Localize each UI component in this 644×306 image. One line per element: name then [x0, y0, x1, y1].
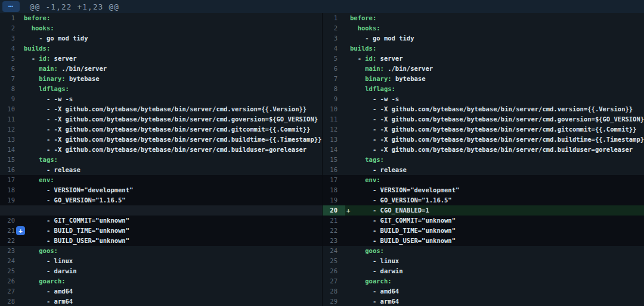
line-number[interactable]: 20 — [323, 205, 345, 216]
code-text — [24, 24, 32, 32]
line-number[interactable]: 26 — [0, 276, 17, 286]
diff-row: 24 - linux — [0, 256, 322, 266]
line-number[interactable]: 15 — [323, 155, 345, 165]
line-number[interactable]: 1 — [323, 13, 345, 23]
code-line: - GIT_COMMIT="unknown" — [345, 216, 644, 226]
line-number[interactable]: 24 — [323, 246, 345, 256]
line-number[interactable]: 21 — [0, 226, 17, 236]
code-line: - -w -s — [17, 94, 322, 104]
line-number[interactable]: 7 — [0, 74, 17, 84]
code-line: - go mod tidy — [345, 33, 644, 43]
line-number[interactable]: 8 — [0, 84, 17, 94]
diff-row: 7 binary: bytebase — [323, 74, 644, 84]
line-number[interactable]: 6 — [323, 64, 345, 74]
line-number[interactable]: 4 — [0, 43, 17, 54]
line-number[interactable]: 11 — [0, 114, 17, 124]
code-line: goarch: — [17, 276, 322, 286]
line-number[interactable]: 25 — [0, 266, 17, 276]
line-number[interactable]: 9 — [323, 94, 345, 104]
line-number[interactable]: 3 — [0, 33, 17, 43]
yaml-key: id: — [365, 55, 376, 62]
line-number[interactable]: 18 — [0, 185, 17, 195]
line-number[interactable]: 19 — [0, 195, 17, 205]
line-number[interactable]: 14 — [0, 145, 17, 155]
line-number[interactable]: 26 — [323, 266, 345, 276]
code-text: - GO_VERSION="1.16.5" — [24, 196, 126, 204]
line-number[interactable]: 29 — [323, 296, 345, 306]
line-number[interactable]: 18 — [323, 185, 345, 195]
line-number[interactable]: 12 — [0, 124, 17, 135]
line-number[interactable]: 16 — [0, 165, 17, 175]
code-line: hooks: — [17, 23, 322, 33]
diff-row: 4builds: — [0, 43, 322, 54]
line-number[interactable]: 7 — [323, 74, 345, 84]
diff-filler-row — [0, 205, 322, 216]
line-number[interactable]: 12 — [323, 124, 345, 135]
code-text: - GO_VERSION="1.16.5" — [350, 196, 452, 204]
code-text: - BUILD_TIME="unknown" — [24, 227, 129, 234]
line-number[interactable]: 2 — [323, 23, 345, 33]
add-comment-button[interactable]: + — [16, 226, 25, 235]
code-line: - CGO_ENABLED=1 — [345, 205, 644, 216]
line-number[interactable]: 20 — [0, 216, 17, 226]
line-number[interactable]: 9 — [0, 94, 17, 104]
code-line: env: — [345, 175, 644, 185]
line-number[interactable]: 17 — [0, 175, 17, 185]
code-text: - linux — [350, 257, 399, 264]
code-line: - BUILD_USER="unknown" — [345, 236, 644, 246]
diff-row: 6 main: ./bin/server — [323, 64, 644, 74]
line-number[interactable]: 10 — [323, 104, 345, 114]
code-line: tags: — [345, 155, 644, 165]
code-text — [350, 156, 365, 163]
line-number[interactable]: 10 — [0, 104, 17, 114]
line-number[interactable]: 13 — [0, 135, 17, 145]
code-line: goos: — [17, 246, 322, 256]
line-number[interactable]: 5 — [323, 54, 345, 64]
line-number[interactable]: 3 — [323, 33, 345, 43]
line-number[interactable]: 15 — [0, 155, 17, 165]
diff-row: 11 - -X github.com/bytebase/bytebase/bin… — [323, 114, 644, 124]
line-number[interactable]: 13 — [323, 135, 345, 145]
line-number[interactable]: 6 — [0, 64, 17, 74]
diff-row: 22 - BUILD_TIME="unknown" — [323, 226, 644, 236]
code-text: - -X github.com/bytebase/bytebase/bin/se… — [350, 146, 633, 153]
line-number[interactable]: 5 — [0, 54, 17, 64]
line-number[interactable]: 22 — [323, 226, 345, 236]
code-text: bytebase — [392, 75, 426, 82]
diff-row: 13 - -X github.com/bytebase/bytebase/bin… — [323, 135, 644, 145]
line-number[interactable]: 25 — [323, 256, 345, 266]
diff-row: 6 main: ./bin/server — [0, 64, 322, 74]
yaml-key: goarch: — [39, 277, 65, 285]
code-line: - GO_VERSION="1.16.5" — [17, 195, 322, 205]
expand-hunk-icon[interactable]: ⋯ — [2, 1, 20, 12]
line-number[interactable]: 16 — [323, 165, 345, 175]
line-number[interactable]: 4 — [323, 43, 345, 54]
code-text: - -X github.com/bytebase/bytebase/bin/se… — [24, 146, 306, 153]
code-text: bytebase — [66, 75, 100, 82]
diff-row: 3 - go mod tidy — [323, 33, 644, 43]
line-number[interactable]: 24 — [0, 256, 17, 266]
code-line: before: — [345, 13, 644, 23]
line-number[interactable]: 11 — [323, 114, 345, 124]
diff-row: 12 - -X github.com/bytebase/bytebase/bin… — [323, 124, 644, 135]
line-number[interactable]: 21 — [323, 216, 345, 226]
line-number[interactable]: 23 — [0, 246, 17, 256]
code-line: - -X github.com/bytebase/bytebase/bin/se… — [17, 145, 322, 155]
code-text: - -w -s — [24, 95, 73, 102]
line-number[interactable]: 8 — [323, 84, 345, 94]
line-number[interactable]: 27 — [0, 286, 17, 296]
line-number[interactable]: 28 — [323, 286, 345, 296]
diff-row: 21 - GIT_COMMIT="unknown" — [323, 216, 644, 226]
line-number[interactable]: 23 — [323, 236, 345, 246]
line-number[interactable]: 27 — [323, 276, 345, 286]
code-text: - darwin — [24, 267, 77, 274]
line-number[interactable]: 1 — [0, 13, 17, 23]
diff-row: 4builds: — [323, 43, 644, 54]
line-number[interactable]: 22 — [0, 236, 17, 246]
line-number[interactable]: 14 — [323, 145, 345, 155]
line-number[interactable]: 17 — [323, 175, 345, 185]
line-number[interactable]: 28 — [0, 296, 17, 306]
code-text: server — [376, 55, 402, 62]
line-number[interactable]: 2 — [0, 23, 17, 33]
line-number[interactable]: 19 — [323, 195, 345, 205]
